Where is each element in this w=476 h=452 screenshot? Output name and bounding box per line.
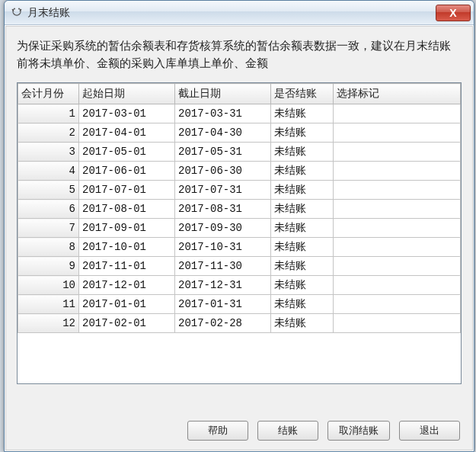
- table-row[interactable]: 12017-03-012017-03-31未结账: [18, 104, 461, 123]
- cell-start: 2017-05-01: [79, 143, 175, 162]
- cell-end: 2017-07-31: [175, 181, 271, 200]
- svg-point-1: [18, 8, 20, 9]
- table-row[interactable]: 92017-11-012017-11-30未结账: [18, 257, 461, 276]
- info-text: 为保证采购系统的暂估余额表和存货核算系统的暂估余额表数据一致，建议在月末结账前将…: [17, 37, 462, 72]
- cell-end: 2017-11-30: [175, 257, 271, 276]
- cell-closed: 未结账: [271, 295, 334, 314]
- table-row[interactable]: 22017-04-012017-04-30未结账: [18, 123, 461, 143]
- cell-closed: 未结账: [271, 219, 334, 238]
- cell-month: 7: [18, 219, 79, 238]
- col-header-closed[interactable]: 是否结账: [271, 84, 334, 104]
- cell-start: 2017-06-01: [79, 162, 175, 181]
- cell-closed: 未结账: [271, 162, 334, 181]
- cell-start: 2017-10-01: [79, 238, 175, 257]
- cell-mark[interactable]: [334, 238, 461, 257]
- month-end-closing-window: 月末结账 X 为保证采购系统的暂估余额表和存货核算系统的暂估余额表数据一致，建议…: [4, 0, 474, 452]
- cell-month: 10: [18, 276, 79, 295]
- cell-start: 2017-04-01: [79, 123, 175, 143]
- cell-closed: 未结账: [271, 143, 334, 162]
- cell-mark[interactable]: [334, 104, 461, 123]
- cell-closed: 未结账: [271, 276, 334, 295]
- cell-month: 6: [18, 200, 79, 219]
- cell-start: 2017-12-01: [79, 276, 175, 295]
- col-header-mark[interactable]: 选择标记: [334, 84, 461, 104]
- app-icon: [11, 7, 23, 19]
- table-row[interactable]: 72017-09-012017-09-30未结账: [18, 219, 461, 238]
- cell-closed: 未结账: [271, 123, 334, 143]
- cell-start: 2017-08-01: [79, 200, 175, 219]
- cell-closed: 未结账: [271, 314, 334, 333]
- cell-mark[interactable]: [334, 143, 461, 162]
- cell-closed: 未结账: [271, 104, 334, 123]
- cell-end: 2017-09-30: [175, 219, 271, 238]
- cell-start: 2017-01-01: [79, 295, 175, 314]
- table-row[interactable]: 52017-07-012017-07-31未结账: [18, 181, 461, 200]
- cell-end: 2017-04-30: [175, 123, 271, 143]
- cell-mark[interactable]: [334, 295, 461, 314]
- table-row[interactable]: 112017-01-012017-01-31未结账: [18, 295, 461, 314]
- table-row[interactable]: 82017-10-012017-10-31未结账: [18, 238, 461, 257]
- cell-start: 2017-09-01: [79, 219, 175, 238]
- cell-mark[interactable]: [334, 181, 461, 200]
- data-grid[interactable]: 会计月份 起始日期 截止日期 是否结账 选择标记 12017-03-012017…: [17, 82, 462, 384]
- cell-month: 5: [18, 181, 79, 200]
- cell-mark[interactable]: [334, 123, 461, 143]
- col-header-end[interactable]: 截止日期: [175, 84, 271, 104]
- cell-closed: 未结账: [271, 200, 334, 219]
- table-row[interactable]: 42017-06-012017-06-30未结账: [18, 162, 461, 181]
- cell-end: 2017-06-30: [175, 162, 271, 181]
- cell-mark[interactable]: [334, 200, 461, 219]
- cell-start: 2017-11-01: [79, 257, 175, 276]
- table-row[interactable]: 62017-08-012017-08-31未结账: [18, 200, 461, 219]
- cell-month: 2: [18, 123, 79, 143]
- cell-mark[interactable]: [334, 257, 461, 276]
- cell-mark[interactable]: [334, 219, 461, 238]
- cell-month: 11: [18, 295, 79, 314]
- cell-month: 1: [18, 104, 79, 123]
- titlebar[interactable]: 月末结账 X: [5, 1, 474, 25]
- cell-month: 9: [18, 257, 79, 276]
- col-header-start[interactable]: 起始日期: [79, 84, 175, 104]
- client-area: 为保证采购系统的暂估余额表和存货核算系统的暂估余额表数据一致，建议在月末结账前将…: [5, 26, 473, 450]
- cell-closed: 未结账: [271, 181, 334, 200]
- close-button[interactable]: X: [436, 5, 471, 21]
- cell-end: 2017-01-31: [175, 295, 271, 314]
- cell-mark[interactable]: [334, 162, 461, 181]
- col-header-month[interactable]: 会计月份: [18, 84, 79, 104]
- cell-start: 2017-07-01: [79, 181, 175, 200]
- close-month-button[interactable]: 结账: [257, 421, 318, 441]
- cell-month: 3: [18, 143, 79, 162]
- cell-closed: 未结账: [271, 238, 334, 257]
- cell-mark[interactable]: [334, 276, 461, 295]
- cell-end: 2017-03-31: [175, 104, 271, 123]
- cell-end: 2017-02-28: [175, 314, 271, 333]
- svg-point-0: [14, 8, 15, 9]
- cell-mark[interactable]: [334, 314, 461, 333]
- header-row: 会计月份 起始日期 截止日期 是否结账 选择标记: [18, 84, 461, 104]
- window-title: 月末结账: [27, 6, 436, 20]
- table-row[interactable]: 122017-02-012017-02-28未结账: [18, 314, 461, 333]
- cell-closed: 未结账: [271, 257, 334, 276]
- cell-month: 4: [18, 162, 79, 181]
- cell-start: 2017-03-01: [79, 104, 175, 123]
- cancel-close-button[interactable]: 取消结账: [327, 421, 390, 441]
- button-row: 帮助 结账 取消结账 退出: [187, 421, 460, 441]
- table-row[interactable]: 102017-12-012017-12-31未结账: [18, 276, 461, 295]
- cell-end: 2017-12-31: [175, 276, 271, 295]
- cell-month: 12: [18, 314, 79, 333]
- help-button[interactable]: 帮助: [187, 421, 248, 441]
- exit-button[interactable]: 退出: [399, 421, 460, 441]
- cell-month: 8: [18, 238, 79, 257]
- cell-start: 2017-02-01: [79, 314, 175, 333]
- cell-end: 2017-05-31: [175, 143, 271, 162]
- cell-end: 2017-08-31: [175, 200, 271, 219]
- cell-end: 2017-10-31: [175, 238, 271, 257]
- table-row[interactable]: 32017-05-012017-05-31未结账: [18, 143, 461, 162]
